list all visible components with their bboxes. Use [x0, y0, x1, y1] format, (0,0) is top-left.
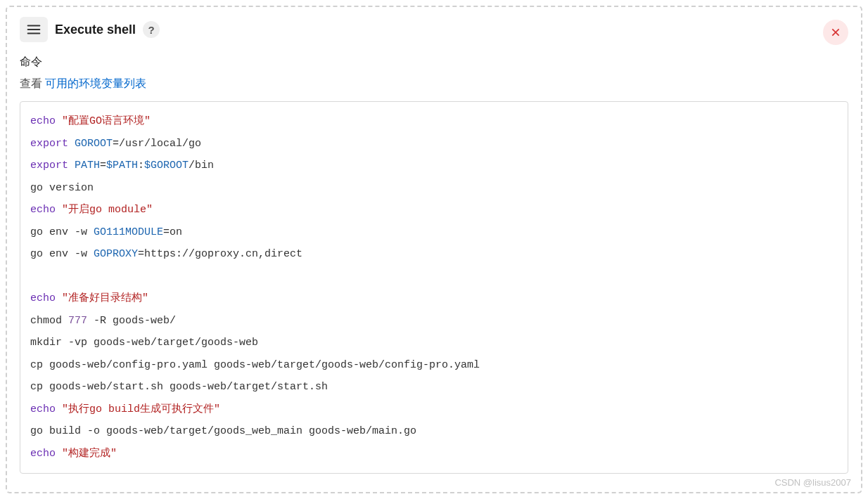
env-vars-link[interactable]: 可用的环境变量列表	[45, 77, 146, 89]
command-textarea[interactable]: echo "配置GO语言环境" export GOROOT=/usr/local…	[20, 101, 848, 474]
drag-handle[interactable]	[20, 17, 48, 42]
help-prefix: 查看	[20, 77, 45, 89]
menu-icon	[26, 22, 42, 37]
close-button[interactable]	[823, 20, 848, 45]
panel-header: Execute shell ?	[20, 17, 848, 42]
help-button[interactable]: ?	[143, 21, 160, 38]
help-line: 查看 可用的环境变量列表	[20, 77, 848, 91]
watermark-text: CSDN @lisus2007	[774, 477, 851, 488]
panel-title: Execute shell	[55, 22, 136, 37]
command-field-label: 命令	[20, 55, 848, 70]
close-icon	[830, 27, 841, 38]
execute-shell-panel: Execute shell ? 命令 查看 可用的环境变量列表 echo "配置…	[6, 6, 862, 493]
